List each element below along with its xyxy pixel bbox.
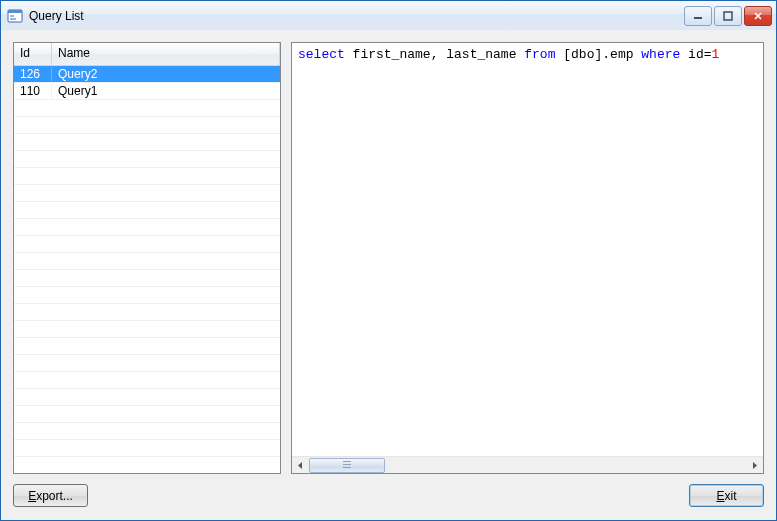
- table-row-empty: [14, 440, 280, 457]
- client-area: Id Name 126Query2110Query1 select first_…: [1, 30, 776, 520]
- table-row-empty: [14, 117, 280, 134]
- table-row-empty: [14, 100, 280, 117]
- table-row-empty: [14, 338, 280, 355]
- window-title: Query List: [29, 9, 684, 23]
- sql-text[interactable]: select first_name, last_name from [dbo].…: [292, 43, 763, 456]
- exit-button[interactable]: Exit: [689, 484, 764, 507]
- minimize-button[interactable]: [684, 6, 712, 26]
- svg-rect-3: [724, 12, 732, 20]
- query-list-panel[interactable]: Id Name 126Query2110Query1: [13, 42, 281, 474]
- table-row-empty: [14, 423, 280, 440]
- table-row-empty: [14, 185, 280, 202]
- scroll-left-arrow[interactable]: [292, 457, 309, 474]
- table-row-empty: [14, 151, 280, 168]
- sql-keyword: from: [524, 47, 555, 62]
- export-button[interactable]: Export...: [13, 484, 88, 507]
- table-row-empty: [14, 202, 280, 219]
- table-row-empty: [14, 355, 280, 372]
- table-row-empty: [14, 406, 280, 423]
- sql-text-fragment: [dbo].emp: [555, 47, 641, 62]
- table-row[interactable]: 126Query2: [14, 66, 280, 83]
- cell-name: Query1: [52, 84, 280, 98]
- cell-id: 126: [14, 67, 52, 81]
- scroll-right-arrow[interactable]: [746, 457, 763, 474]
- sql-text-fragment: first_name, last_name: [345, 47, 524, 62]
- column-header-id[interactable]: Id: [14, 43, 52, 65]
- scroll-track[interactable]: [309, 457, 746, 474]
- table-row-empty: [14, 236, 280, 253]
- horizontal-scrollbar[interactable]: [292, 456, 763, 473]
- table-row-empty: [14, 372, 280, 389]
- maximize-button[interactable]: [714, 6, 742, 26]
- table-row-empty: [14, 389, 280, 406]
- table-row-empty: [14, 321, 280, 338]
- svg-rect-1: [8, 10, 22, 13]
- cell-name: Query2: [52, 67, 280, 81]
- table-row-empty: [14, 457, 280, 473]
- table-row-empty: [14, 270, 280, 287]
- sql-number: 1: [712, 47, 720, 62]
- table-row-empty: [14, 168, 280, 185]
- cell-id: 110: [14, 84, 52, 98]
- table-row-empty: [14, 287, 280, 304]
- table-row[interactable]: 110Query1: [14, 83, 280, 100]
- grid-header[interactable]: Id Name: [14, 43, 280, 66]
- column-header-name[interactable]: Name: [52, 43, 280, 65]
- table-row-empty: [14, 304, 280, 321]
- table-row-empty: [14, 253, 280, 270]
- sql-keyword: where: [641, 47, 680, 62]
- window-controls: [684, 6, 772, 26]
- sql-preview-panel: select first_name, last_name from [dbo].…: [291, 42, 764, 474]
- bottom-button-row: Export... Exit: [13, 484, 764, 507]
- app-icon: [7, 8, 23, 24]
- titlebar[interactable]: Query List: [1, 1, 776, 31]
- close-button[interactable]: [744, 6, 772, 26]
- svg-rect-2: [694, 17, 702, 19]
- scroll-thumb[interactable]: [309, 458, 385, 473]
- grid-body[interactable]: 126Query2110Query1: [14, 66, 280, 473]
- sql-keyword: select: [298, 47, 345, 62]
- sql-text-fragment: id=: [680, 47, 711, 62]
- table-row-empty: [14, 134, 280, 151]
- table-row-empty: [14, 219, 280, 236]
